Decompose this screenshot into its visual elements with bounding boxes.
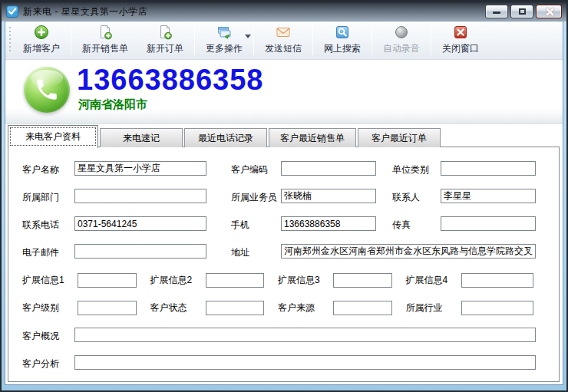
close-icon — [545, 8, 553, 16]
tab-caller-profile[interactable]: 来电客户资料 — [8, 125, 98, 148]
toolbar-button-label: 更多操作 — [206, 42, 243, 55]
customer-code-field[interactable] — [281, 161, 376, 176]
customer-status-label: 客户状态 — [150, 301, 206, 315]
customer-analysis-field[interactable] — [74, 355, 536, 370]
fax-field[interactable] — [441, 216, 536, 231]
contact-person-field[interactable] — [441, 189, 536, 203]
tab-call-notes[interactable]: 来电速记 — [100, 128, 183, 147]
client-area: 新增客户 新开销售单 — [5, 21, 563, 384]
ext-info2-field[interactable] — [206, 273, 265, 288]
more-actions-icon — [216, 25, 232, 40]
auto-record-icon — [394, 25, 409, 40]
web-search-button[interactable]: 网上搜索 — [315, 21, 370, 59]
window-controls — [485, 5, 562, 18]
toolbar-grip-handle[interactable] — [8, 27, 12, 54]
new-sales-slip-icon — [97, 25, 113, 40]
mobile-label: 手机 — [231, 219, 249, 232]
toolbar-button-label: 新开销售单 — [82, 42, 128, 55]
mobile-field[interactable] — [281, 216, 376, 231]
toolbar-separator — [312, 25, 313, 55]
close-window-button[interactable]: 关闭窗口 — [433, 21, 488, 59]
auto-record-button[interactable]: 自动录音 — [374, 21, 429, 59]
new-sales-slip-button[interactable]: 新开销售单 — [73, 21, 137, 59]
form-row: 客户名称 客户编码 单位类别 — [8, 161, 559, 176]
customer-overview-label: 客户概况 — [22, 330, 59, 343]
more-actions-button[interactable]: 更多操作 — [196, 21, 252, 59]
ext-info3-field[interactable] — [333, 273, 392, 288]
tab-recent-sales-slips[interactable]: 客户最近销售单 — [269, 128, 356, 147]
customer-source-field[interactable] — [333, 301, 392, 315]
caller-location: 河南省洛阳市 — [78, 97, 147, 112]
tab-strip: 来电客户资料 来电速记 最近电话记录 客户最近销售单 客户最近订单 — [8, 124, 560, 147]
email-field[interactable] — [74, 244, 206, 259]
send-sms-icon — [276, 25, 291, 40]
address-label: 地址 — [231, 246, 249, 259]
toolbar-separator — [372, 25, 372, 55]
customer-overview-field[interactable] — [74, 328, 536, 342]
minimize-icon — [493, 12, 500, 14]
customer-status-field[interactable] — [206, 301, 265, 315]
ext-info3-label: 扩展信息3 — [278, 274, 333, 287]
maximize-button[interactable] — [510, 5, 533, 18]
customer-code-label: 客户编码 — [231, 163, 268, 176]
new-order-button[interactable]: 新开订单 — [137, 21, 193, 59]
salesperson-label: 所属业务员 — [231, 191, 277, 204]
unit-category-label: 单位类别 — [392, 163, 429, 176]
toolbar-button-label: 新开订单 — [147, 42, 183, 55]
toolbar-separator — [253, 25, 254, 55]
form-row: 所属部门 所属业务员 联系人 — [8, 189, 559, 204]
unit-category-field[interactable] — [441, 161, 536, 176]
ext-info2-label: 扩展信息2 — [150, 274, 206, 287]
toolbar-separator — [71, 25, 71, 55]
add-customer-icon — [34, 25, 49, 40]
toolbar-button-label: 关闭窗口 — [442, 42, 479, 55]
caller-number: 13663886358 — [77, 64, 263, 95]
email-label: 电子邮件 — [22, 246, 59, 259]
toolbar-separator — [194, 25, 195, 55]
customer-level-field[interactable] — [78, 301, 137, 315]
salesperson-field[interactable] — [281, 189, 376, 203]
form-row: 客户分析 — [8, 355, 559, 371]
dropdown-caret-icon — [245, 35, 251, 38]
ext-info1-field[interactable] — [78, 273, 137, 288]
toolbar-button-label: 自动录音 — [383, 42, 420, 55]
contact-person-label: 联系人 — [392, 191, 420, 204]
form-row: 联系电话 手机 传真 — [8, 216, 559, 232]
title-bar: 新来电 - 星星文具第一小学店 — [2, 2, 566, 21]
address-field[interactable] — [281, 244, 536, 259]
ext-info4-label: 扩展信息4 — [406, 274, 461, 287]
industry-field[interactable] — [461, 301, 534, 315]
toolbar-button-label: 新增客户 — [23, 42, 60, 55]
toolbar-button-label: 网上搜索 — [324, 42, 361, 55]
tab-recent-calls[interactable]: 最近电话记录 — [184, 128, 267, 147]
industry-label: 所属行业 — [406, 301, 461, 315]
minimize-button[interactable] — [485, 5, 508, 18]
customer-name-label: 客户名称 — [22, 163, 59, 176]
form-row: 客户概况 — [8, 328, 559, 343]
ext-info1-label: 扩展信息1 — [22, 274, 78, 287]
customer-source-label: 客户来源 — [278, 301, 333, 315]
form-row: 客户级别 客户状态 客户来源 所属行业 — [8, 300, 559, 315]
customer-profile-panel: 客户名称 客户编码 单位类别 所属部门 所属业务员 联系人 联系电话 手机 — [8, 147, 560, 382]
form-row: 扩展信息1 扩展信息2 扩展信息3 扩展信息4 — [8, 272, 559, 288]
add-customer-button[interactable]: 新增客户 — [14, 21, 69, 59]
department-label: 所属部门 — [22, 191, 59, 204]
customer-level-label: 客户级别 — [22, 301, 78, 315]
customer-name-field[interactable] — [74, 161, 206, 176]
close-window-icon — [453, 25, 468, 40]
form-row: 电子邮件 地址 — [8, 244, 559, 259]
call-header: 13663886358 河南省洛阳市 — [5, 60, 563, 124]
tab-recent-orders[interactable]: 客户最近订单 — [358, 128, 441, 147]
ext-info4-field[interactable] — [461, 273, 534, 288]
toolbar-separator — [431, 25, 431, 55]
close-button[interactable] — [536, 5, 562, 18]
new-order-icon — [157, 25, 173, 40]
phone-field[interactable] — [74, 216, 206, 231]
window-title: 新来电 - 星星文具第一小学店 — [23, 5, 147, 18]
app-logo-icon — [6, 5, 18, 18]
app-window: 新来电 - 星星文具第一小学店 新增客户 — [0, 0, 568, 392]
send-sms-button[interactable]: 发送短信 — [256, 21, 311, 59]
department-field[interactable] — [74, 189, 206, 203]
customer-analysis-label: 客户分析 — [22, 357, 59, 371]
fax-label: 传真 — [392, 219, 411, 232]
